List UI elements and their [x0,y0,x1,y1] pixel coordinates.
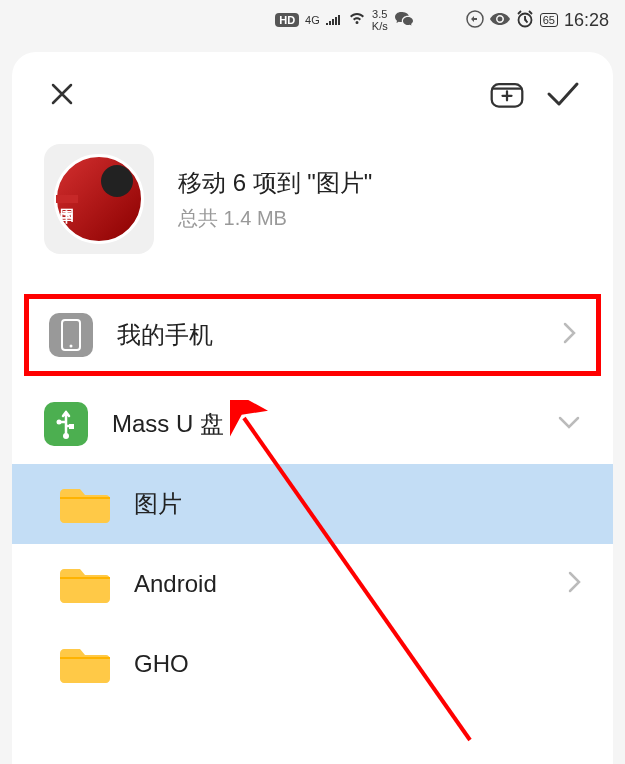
list-item-pictures[interactable]: 图片 [12,464,613,544]
chevron-right-icon [562,321,576,349]
hd-icon: HD [275,13,299,27]
info-row: 中国 移动 6 项到 "图片" 总共 1.4 MB [12,124,613,286]
svg-point-5 [57,420,62,425]
list-item-android[interactable]: Android [12,544,613,624]
destination-list: 我的手机 Mass U 盘 图片 Android [12,294,613,704]
network-4g-icon: 4G [305,14,320,26]
alarm-icon [516,10,534,31]
svg-point-7 [63,433,69,439]
network-speed: 3.5K/s [372,8,388,32]
usb-icon [44,402,88,446]
sheet-header [12,52,613,124]
eye-icon [490,12,510,29]
new-folder-button[interactable] [489,76,525,112]
phone-icon [49,313,93,357]
folder-icon [60,482,110,526]
list-item-label: Mass U 盘 [112,408,533,440]
signal-icon [326,12,342,28]
chevron-down-icon [557,415,581,433]
list-item-label: 我的手机 [117,319,538,351]
list-item-usb[interactable]: Mass U 盘 [12,384,613,464]
wechat-icon [394,10,414,31]
wifi-icon [348,12,366,29]
file-thumbnail: 中国 [44,144,154,254]
status-icons: HD 4G 3.5K/s 65 16:28 [275,8,609,32]
sync-icon [466,10,484,31]
battery-icon: 65 [540,13,558,27]
svg-point-4 [70,345,73,348]
confirm-button[interactable] [545,76,581,112]
list-item-phone[interactable]: 我的手机 [24,294,601,376]
folder-icon [60,562,110,606]
move-size: 总共 1.4 MB [178,205,581,232]
folder-icon [60,642,110,686]
list-item-label: 图片 [134,488,581,520]
list-item-label: Android [134,570,543,598]
close-button[interactable] [44,76,80,112]
status-bar: HD 4G 3.5K/s 65 16:28 [0,0,625,40]
chevron-right-icon [567,570,581,598]
svg-rect-6 [69,424,74,429]
move-sheet: 中国 移动 6 项到 "图片" 总共 1.4 MB 我的手机 Mass U 盘 [12,52,613,764]
clock-time: 16:28 [564,10,609,31]
list-item-gho[interactable]: GHO [12,624,613,704]
list-item-label: GHO [134,650,581,678]
move-title: 移动 6 项到 "图片" [178,167,581,199]
